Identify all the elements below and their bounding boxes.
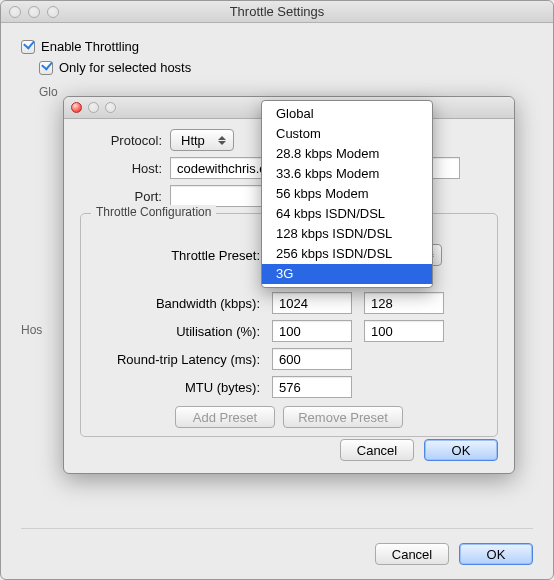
dialog-footer: Cancel OK (340, 439, 498, 461)
enable-throttling-checkbox[interactable] (21, 40, 35, 54)
throttle-config-legend: Throttle Configuration (91, 205, 216, 219)
bandwidth-download-input[interactable] (272, 292, 352, 314)
utilisation-upload-input[interactable] (364, 320, 444, 342)
dialog-traffic-lights (71, 102, 116, 113)
dialog-ok-button[interactable]: OK (424, 439, 498, 461)
protocol-select[interactable]: Http (170, 129, 234, 151)
only-selected-checkbox[interactable] (39, 61, 53, 75)
preset-menu-item[interactable]: 64 kbps ISDN/DSL (262, 204, 432, 224)
only-selected-label: Only for selected hosts (59, 60, 191, 75)
port-label: Port: (80, 189, 170, 204)
preset-menu-item[interactable]: 128 kbps ISDN/DSL (262, 224, 432, 244)
dialog-zoom-icon (105, 102, 116, 113)
chevron-updown-icon (214, 133, 229, 148)
main-cancel-button[interactable]: Cancel (375, 543, 449, 565)
minimize-icon[interactable] (28, 6, 40, 18)
enable-throttling-row: Enable Throttling (21, 39, 533, 54)
utilisation-download-input[interactable] (272, 320, 352, 342)
enable-throttling-label: Enable Throttling (41, 39, 139, 54)
preset-menu-item[interactable]: 256 kbps ISDN/DSL (262, 244, 432, 264)
rtt-label: Round-trip Latency (ms): (89, 352, 264, 367)
preset-menu-item[interactable]: 28.8 kbps Modem (262, 144, 432, 164)
main-ok-button[interactable]: OK (459, 543, 533, 565)
preset-menu-item[interactable]: Global (262, 104, 432, 124)
rtt-input[interactable] (272, 348, 352, 370)
protocol-label: Protocol: (80, 133, 170, 148)
main-dialog-buttons: Cancel OK (375, 543, 533, 565)
bandwidth-upload-input[interactable] (364, 292, 444, 314)
utilisation-label: Utilisation (%): (89, 324, 264, 339)
traffic-lights (9, 6, 59, 18)
hosts-group-hint: Hos (21, 323, 42, 337)
preset-menu-item[interactable]: 3G (262, 264, 432, 284)
preset-menu-item[interactable]: Custom (262, 124, 432, 144)
preset-menu-item[interactable]: 33.6 kbps Modem (262, 164, 432, 184)
zoom-icon[interactable] (47, 6, 59, 18)
dialog-cancel-button[interactable]: Cancel (340, 439, 414, 461)
host-label: Host: (80, 161, 170, 176)
preset-menu-item[interactable]: 56 kbps Modem (262, 184, 432, 204)
main-window-title: Throttle Settings (1, 4, 553, 19)
add-preset-button[interactable]: Add Preset (175, 406, 275, 428)
bandwidth-label: Bandwidth (kbps): (89, 296, 264, 311)
protocol-value: Http (181, 133, 205, 148)
main-window-titlebar: Throttle Settings (1, 1, 553, 23)
dialog-minimize-icon (88, 102, 99, 113)
mtu-label: MTU (bytes): (89, 380, 264, 395)
mtu-input[interactable] (272, 376, 352, 398)
preset-label: Throttle Preset: (89, 248, 264, 263)
only-selected-row: Only for selected hosts (39, 60, 533, 75)
dialog-close-icon[interactable] (71, 102, 82, 113)
close-icon[interactable] (9, 6, 21, 18)
remove-preset-button[interactable]: Remove Preset (283, 406, 403, 428)
divider (21, 528, 533, 529)
throttle-preset-menu[interactable]: GlobalCustom28.8 kbps Modem33.6 kbps Mod… (261, 100, 433, 288)
